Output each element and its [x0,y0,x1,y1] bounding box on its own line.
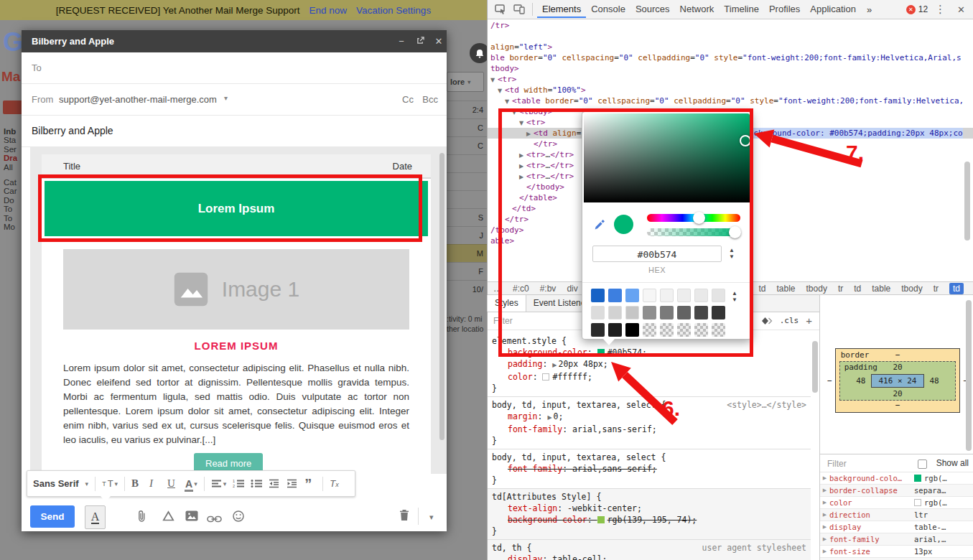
quote-button[interactable]: ” [304,480,316,487]
gradient-selector-knob[interactable] [740,135,751,146]
palette-swatch[interactable] [712,306,725,319]
styles-filter-input[interactable]: Filter [493,316,513,326]
elements-node[interactable]: ▼<table border="0" cellspacing="0" cellp… [488,95,973,106]
style-rule[interactable]: body, td, input, textarea, select {<styl… [488,397,811,449]
drive-icon[interactable] [162,510,174,524]
inbox-row[interactable]: F [447,262,487,280]
palette-swatch[interactable] [677,306,691,319]
notification-bell-icon[interactable] [470,43,487,63]
palette-swatch[interactable] [694,306,708,319]
palette-swatch[interactable] [625,306,639,319]
sidebar-item[interactable]: To [4,205,24,213]
sidebar-item[interactable]: Mo [4,223,24,231]
sidebar-item[interactable]: Cat [4,178,24,187]
computed-property[interactable]: ▶colorrgb(… [820,497,973,509]
style-rule[interactable]: element.style {background-color: #00b574… [488,333,811,397]
emoji-icon[interactable] [233,510,244,525]
elements-node[interactable]: tbody> [488,63,973,74]
devtools-tab-application[interactable]: Application [805,1,861,18]
inbox-row[interactable]: S [447,208,487,226]
palette-swatch[interactable] [625,323,639,337]
tab-styles[interactable]: Styles [487,295,526,312]
breadcrumb-item[interactable]: td [854,284,861,294]
palette-swatch[interactable] [625,289,639,302]
font-family-select[interactable]: Sans Serif [33,478,79,489]
elements-node[interactable] [488,31,973,42]
computed-property[interactable]: ▶directionltr [820,509,973,521]
popout-icon[interactable] [414,35,427,48]
cc-link[interactable]: Cc [402,94,414,105]
style-rule[interactable]: td[Attributes Style] {text-align: -webki… [488,489,811,540]
computed-property[interactable]: ▶displaytable-… [820,521,973,533]
palette-swatch[interactable] [643,306,656,319]
style-rule[interactable]: td, th {user agent stylesheetdisplay: ta… [488,540,811,560]
elements-node[interactable]: align="left"> [488,42,973,52]
palette-swatch[interactable] [608,289,622,302]
palette-swatch[interactable] [643,323,656,337]
bulleted-list-button[interactable] [251,479,262,488]
sidebar-item[interactable]: All [4,163,24,172]
saturation-gradient[interactable] [584,113,750,202]
inbox-row[interactable]: C [447,136,487,154]
devtools-tab-timeline[interactable]: Timeline [719,1,764,18]
sidebar-item[interactable]: Inb [4,127,24,136]
more-send-options-icon[interactable]: ▾ [429,513,434,522]
sidebar-item[interactable]: Car [4,187,24,195]
indent-more-button[interactable] [287,479,298,488]
computed-property[interactable]: ▶background-colo…rgb(… [820,472,973,485]
inbox-row[interactable]: C [447,118,487,136]
from-field[interactable]: From support@yet-another-mail-merge.com … [22,84,447,116]
vacation-settings-link[interactable]: Vacation Settings [356,5,431,16]
inbox-row[interactable]: 10/ [447,280,487,298]
compose-titlebar[interactable]: Bilberry and Apple − ✕ [22,30,447,52]
breadcrumb-item[interactable]: tr [838,284,843,294]
insert-link-icon[interactable] [207,513,222,526]
box-model[interactable]: − border − padding 20 48 416 × 24 [827,348,968,413]
insert-photo-icon[interactable] [185,510,198,524]
sidebar-item[interactable]: Do [4,196,24,205]
breadcrumb-item[interactable]: … [493,284,502,294]
elements-node[interactable]: /tr> [488,20,973,31]
computed-scrollbar[interactable] [966,300,972,451]
show-all-checkbox[interactable] [918,459,927,469]
more-dropdown-button[interactable]: lore ▾ [447,72,484,92]
element-state-icon[interactable] [762,317,773,325]
eyedropper-icon[interactable] [594,218,606,233]
new-style-rule-icon[interactable]: + [806,314,812,327]
elements-node[interactable]: ble border="0" cellspacing="0" cellpaddi… [488,52,973,63]
inbox-row[interactable] [447,190,487,208]
inbox-row[interactable]: M [447,244,487,262]
numbered-list-button[interactable]: 12 [233,479,244,488]
formatting-options-button[interactable]: A [85,505,106,529]
bold-button[interactable]: B [131,477,143,490]
add-class-button[interactable]: .cls [780,316,799,325]
current-color-swatch[interactable] [614,215,633,234]
palette-swatch[interactable] [643,289,656,302]
computed-property[interactable]: ▶border-collapsesepara… [820,485,973,497]
devtools-tab-profiles[interactable]: Profiles [764,1,805,18]
palette-swatch[interactable] [660,306,674,319]
inspect-element-icon[interactable] [492,2,509,17]
computed-property[interactable]: ▶font-size13px [820,546,973,558]
end-now-link[interactable]: End now [309,5,348,16]
hex-format-spinner[interactable]: ▲▼ [729,247,735,260]
breadcrumb-item[interactable]: table [872,284,890,294]
devtools-close-icon[interactable]: ✕ [953,4,969,15]
palette-swatch[interactable] [694,289,708,302]
devtools-tab-sources[interactable]: Sources [630,1,675,18]
breadcrumb-item[interactable]: tr [934,284,939,294]
device-toolbar-icon[interactable] [511,2,528,17]
error-badge[interactable]: ✕ 12 [906,4,928,14]
remove-formatting-button[interactable]: Tx [330,478,341,489]
font-size-button[interactable]: TT▾ [102,478,118,489]
text-color-button[interactable]: A▾ [185,478,197,490]
close-icon[interactable]: ✕ [432,35,445,48]
hue-slider[interactable] [647,214,740,222]
hex-value-input[interactable]: #00b574 [592,246,722,262]
devtools-tab-console[interactable]: Console [586,1,630,18]
style-rule[interactable]: body, td, input, textarea, select {font-… [488,449,811,489]
inbox-row[interactable]: J [447,226,487,244]
discard-draft-icon[interactable] [399,509,409,524]
italic-button[interactable]: I [149,477,161,490]
breadcrumb-item[interactable]: tbody [901,284,922,294]
